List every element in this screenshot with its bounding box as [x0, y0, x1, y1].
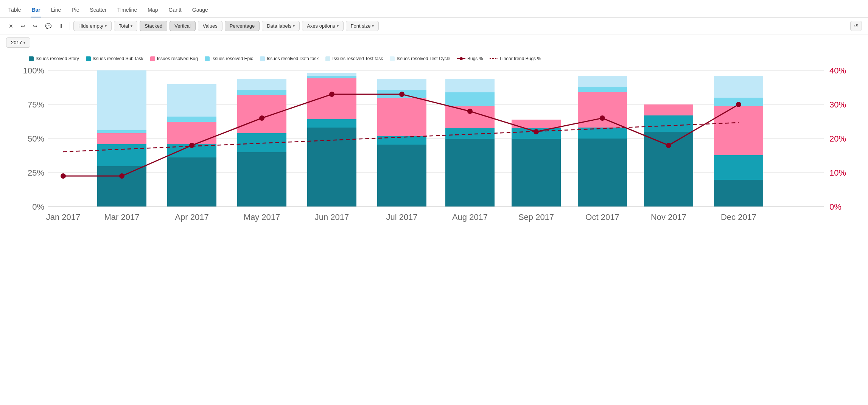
legend-testtask: Issues resolved Test task: [325, 56, 383, 61]
bugs-dot-nov: [666, 143, 671, 148]
values-button[interactable]: Values: [198, 21, 222, 31]
legend-label-trend: Linear trend Bugs %: [500, 56, 541, 61]
legend-label-bug: Issues resolved Bug: [157, 56, 198, 61]
svg-rect-9: [97, 130, 146, 133]
bar-mar: [97, 70, 146, 207]
svg-rect-11: [97, 144, 146, 166]
svg-rect-34: [445, 92, 495, 106]
legend-color-datatask: [260, 56, 265, 61]
year-dropdown[interactable]: 2017 ▾: [6, 37, 30, 48]
bugs-dot-may: [259, 115, 264, 121]
tab-bar[interactable]: Bar: [31, 4, 41, 17]
svg-rect-24: [307, 76, 356, 78]
y-axis-25: 25%: [28, 168, 44, 178]
bar-oct: [578, 76, 627, 207]
svg-rect-20: [237, 95, 286, 133]
svg-rect-8: [97, 70, 146, 130]
bar-may: [237, 79, 286, 207]
tab-table[interactable]: Table: [8, 4, 22, 17]
hide-empty-button[interactable]: Hide empty ▾: [73, 21, 112, 31]
chevron-down-icon: ▾: [337, 24, 339, 28]
legend-color-testtask: [325, 56, 330, 61]
svg-rect-14: [167, 117, 216, 122]
y-axis-right-40: 40%: [829, 67, 846, 75]
chevron-down-icon: ▾: [293, 24, 295, 28]
chart-svg: .axis-text { font-family: -apple-system,…: [6, 67, 862, 241]
svg-point-1: [460, 57, 463, 60]
legend-label-subtask: Issues resolved Sub-task: [93, 56, 143, 61]
legend-color-bug: [150, 56, 155, 61]
y-axis-right-30: 30%: [829, 100, 846, 109]
tab-gauge[interactable]: Gauge: [191, 4, 209, 17]
stacked-button[interactable]: Stacked: [140, 21, 167, 31]
legend-story: Issues resolved Story: [29, 56, 79, 61]
legend-color-subtask: [86, 56, 91, 61]
chevron-down-icon: ▾: [131, 24, 132, 28]
x-label-aug: Aug 2017: [452, 212, 488, 222]
bar-dec: [714, 76, 763, 207]
close-button[interactable]: ✕: [6, 21, 16, 31]
bar-chart: .axis-text { font-family: -apple-system,…: [6, 67, 862, 241]
redo-button[interactable]: ↪: [30, 21, 40, 31]
svg-rect-18: [237, 79, 286, 90]
y-axis-right-0: 0%: [829, 202, 842, 212]
svg-rect-47: [644, 115, 693, 132]
svg-rect-25: [307, 78, 356, 119]
svg-rect-43: [578, 92, 627, 128]
legend-datatask: Issues resolved Data task: [260, 56, 319, 61]
x-label-nov: Nov 2017: [651, 212, 686, 222]
svg-rect-22: [237, 152, 286, 207]
svg-rect-52: [714, 155, 763, 180]
y-axis-right-10: 10%: [829, 168, 846, 178]
comment-button[interactable]: 💬: [42, 21, 54, 31]
svg-rect-13: [167, 84, 216, 117]
svg-rect-10: [97, 133, 146, 144]
x-label-dec: Dec 2017: [721, 212, 756, 222]
bugs-dot-jul: [399, 92, 404, 97]
y-axis-75: 75%: [28, 100, 44, 109]
y-axis-50: 50%: [28, 134, 44, 143]
tab-scatter[interactable]: Scatter: [89, 4, 107, 17]
tab-line[interactable]: Line: [50, 4, 62, 17]
font-size-button[interactable]: Font size ▾: [346, 21, 379, 31]
download-button[interactable]: ⬇: [56, 21, 66, 31]
tab-timeline[interactable]: Timeline: [117, 4, 138, 17]
bar-aug: [445, 79, 495, 207]
legend-trend: Linear trend Bugs %: [490, 56, 541, 61]
total-button[interactable]: Total ▾: [114, 21, 137, 31]
legend-color-testcycle: [390, 56, 395, 61]
axes-options-button[interactable]: Axes options ▾: [302, 21, 343, 31]
bugs-dot-mar: [119, 173, 124, 179]
separator-1: [70, 22, 70, 30]
svg-rect-42: [578, 87, 627, 92]
tab-pie[interactable]: Pie: [71, 4, 80, 17]
tab-gantt[interactable]: Gantt: [168, 4, 182, 17]
legend-bugs-pct: Bugs %: [457, 56, 483, 61]
svg-rect-49: [714, 76, 763, 98]
bugs-dot-aug: [467, 109, 473, 114]
bugs-dot-dec: [736, 102, 741, 107]
legend-label-testcycle: Issues resolved Test Cycle: [397, 56, 450, 61]
svg-rect-45: [578, 139, 627, 207]
y-axis-100: 100%: [23, 67, 44, 75]
legend-subtask: Issues resolved Sub-task: [86, 56, 143, 61]
x-label-sep: Sep 2017: [518, 212, 554, 222]
chart-toolbar: ✕ ↩ ↪ 💬 ⬇ Hide empty ▾ Total ▾ Stacked V…: [0, 18, 868, 34]
legend-line-icon: [457, 57, 465, 61]
svg-rect-28: [377, 79, 426, 90]
x-label-apr: Apr 2017: [175, 212, 208, 222]
svg-rect-15: [167, 122, 216, 144]
undo-button[interactable]: ↩: [18, 21, 28, 31]
x-label-mar: Mar 2017: [104, 212, 140, 222]
x-label-may: May 2017: [244, 212, 280, 222]
refresh-button[interactable]: ↺: [850, 21, 862, 31]
chevron-down-icon: ▾: [23, 40, 25, 45]
x-label-oct: Oct 2017: [585, 212, 619, 222]
svg-rect-30: [377, 98, 426, 136]
svg-rect-33: [445, 79, 495, 92]
tab-map[interactable]: Map: [147, 4, 159, 17]
legend-testcycle: Issues resolved Test Cycle: [390, 56, 450, 61]
vertical-button[interactable]: Vertical: [170, 21, 196, 31]
percentage-button[interactable]: Percentage: [225, 21, 260, 31]
data-labels-button[interactable]: Data labels ▾: [262, 21, 300, 31]
